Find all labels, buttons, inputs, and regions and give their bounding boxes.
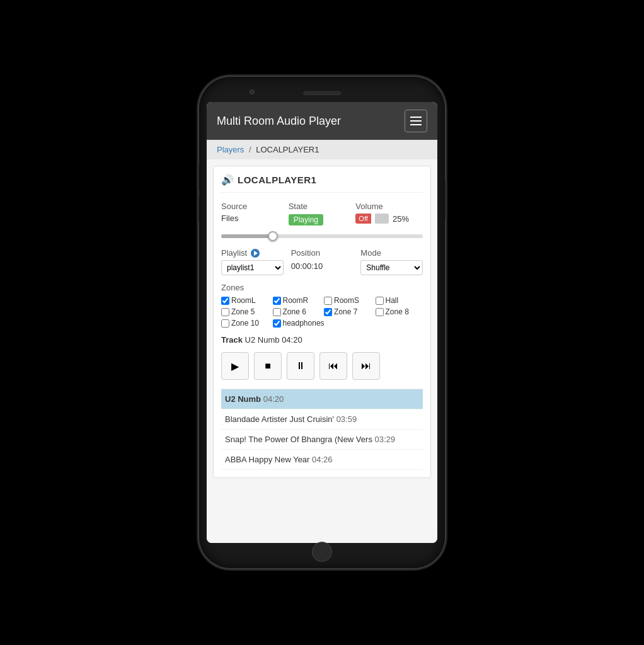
- zone-10[interactable]: Zone 10: [221, 319, 269, 328]
- zone-10-checkbox[interactable]: [221, 319, 229, 328]
- zone-roomr-label: RoomR: [283, 296, 309, 305]
- breadcrumb-players-link[interactable]: Players: [217, 145, 244, 154]
- zone-8-checkbox[interactable]: [376, 308, 384, 316]
- seek-bar-thumb[interactable]: [268, 231, 278, 241]
- zone-rooms[interactable]: RoomS: [324, 296, 372, 305]
- playlist-item-2[interactable]: Snap! The Power Of Bhangra (New Vers 03:…: [221, 430, 423, 450]
- state-col: State Playing: [289, 202, 356, 225]
- hamburger-line-2: [410, 120, 422, 122]
- zone-headphones-label: headphones: [283, 319, 325, 328]
- playlist-item-1-duration: 03:59: [336, 414, 357, 424]
- playlist-item-0-duration: 04:20: [263, 394, 284, 404]
- position-col: Position 00:00:10: [291, 248, 354, 271]
- phone-device: Multi Room Audio Player Players / LOCALP…: [199, 77, 445, 568]
- seek-bar-container[interactable]: [221, 233, 423, 239]
- zone-hall-checkbox[interactable]: [376, 297, 384, 305]
- controls-row: ▶ ■ ⏸ ⏮ ⏭: [221, 352, 423, 380]
- seek-bar-fill: [221, 234, 272, 238]
- player-name: LOCALPLAYER1: [238, 174, 316, 185]
- playlist-label-row: Playlist: [221, 248, 284, 258]
- seek-bar-track[interactable]: [221, 234, 423, 238]
- volume-button-up[interactable]: [197, 165, 199, 190]
- zone-5-checkbox[interactable]: [221, 308, 229, 316]
- position-label-row: Position: [291, 248, 354, 258]
- track-label: Track: [221, 335, 243, 345]
- zone-7[interactable]: Zone 7: [324, 307, 372, 316]
- play-button[interactable]: ▶: [221, 352, 249, 380]
- volume-toggle: Off 25%: [355, 214, 423, 224]
- menu-button[interactable]: [405, 110, 427, 132]
- main-content: 🔊 LOCALPLAYER1 Source Files State Playin…: [207, 159, 437, 543]
- mode-label: Mode: [360, 248, 381, 258]
- app-title: Multi Room Audio Player: [217, 115, 341, 128]
- stop-button[interactable]: ■: [254, 352, 282, 380]
- playlist-mode-row: Playlist playlist1 playlist2 playlist3 P…: [221, 248, 423, 275]
- zone-rooml-checkbox[interactable]: [221, 297, 229, 305]
- position-value: 00:00:10: [291, 261, 354, 271]
- playlist-item-1-title: Blandade Artister Just Cruisin': [225, 414, 336, 424]
- zone-6[interactable]: Zone 6: [273, 307, 321, 316]
- zones-section: Zones RoomL RoomR RoomS: [221, 283, 423, 328]
- zone-headphones-checkbox[interactable]: [273, 319, 281, 328]
- breadcrumb: Players / LOCALPLAYER1: [207, 140, 437, 159]
- zone-6-checkbox[interactable]: [273, 308, 281, 316]
- volume-on-badge[interactable]: [375, 214, 389, 224]
- zone-hall[interactable]: Hall: [376, 296, 423, 305]
- volume-off-badge[interactable]: Off: [355, 214, 371, 224]
- state-badge: Playing: [289, 214, 323, 225]
- playlist-item-3-duration: 04:26: [312, 455, 333, 464]
- hamburger-line-1: [410, 117, 422, 118]
- zone-5-label: Zone 5: [231, 307, 255, 316]
- track-value: U2 Numb 04:20: [245, 335, 302, 345]
- zone-8-label: Zone 8: [386, 307, 409, 316]
- zone-roomr[interactable]: RoomR: [273, 296, 321, 305]
- playlist-play-icon[interactable]: [251, 249, 260, 258]
- playlist-item-3-title: ABBA Happy New Year: [225, 455, 312, 464]
- source-value: Files: [221, 214, 289, 223]
- volume-percent: 25%: [393, 214, 409, 224]
- zone-10-label: Zone 10: [231, 319, 259, 328]
- phone-bottom: [312, 543, 332, 561]
- source-col: Source Files: [221, 202, 289, 225]
- playlist-select[interactable]: playlist1 playlist2 playlist3: [221, 260, 284, 275]
- playlist-list: U2 Numb 04:20 Blandade Artister Just Cru…: [221, 389, 423, 470]
- zone-7-label: Zone 7: [334, 307, 357, 316]
- zone-8[interactable]: Zone 8: [376, 307, 423, 316]
- playlist-item-2-duration: 03:29: [375, 435, 396, 444]
- playlist-item-0[interactable]: U2 Numb 04:20: [221, 389, 423, 409]
- zone-rooml-label: RoomL: [231, 296, 256, 305]
- mode-col: Mode Shuffle Repeat Normal: [360, 248, 423, 275]
- player-header: 🔊 LOCALPLAYER1: [221, 174, 423, 193]
- fast-forward-button[interactable]: ⏭: [352, 352, 380, 380]
- phone-notch: [207, 84, 437, 102]
- zone-hall-label: Hall: [386, 296, 399, 305]
- zone-rooml[interactable]: RoomL: [221, 296, 269, 305]
- breadcrumb-current: LOCALPLAYER1: [256, 145, 319, 154]
- breadcrumb-separator: /: [249, 145, 251, 154]
- app-header: Multi Room Audio Player: [207, 102, 437, 140]
- mode-select[interactable]: Shuffle Repeat Normal: [360, 260, 423, 275]
- zone-headphones[interactable]: headphones: [273, 319, 423, 328]
- playlist-item-3[interactable]: ABBA Happy New Year 04:26: [221, 450, 423, 470]
- playlist-item-1[interactable]: Blandade Artister Just Cruisin' 03:59: [221, 409, 423, 430]
- zone-roomr-checkbox[interactable]: [273, 297, 281, 305]
- rewind-button[interactable]: ⏮: [319, 352, 347, 380]
- zone-rooms-checkbox[interactable]: [324, 297, 332, 305]
- position-label: Position: [291, 248, 320, 258]
- zone-6-label: Zone 6: [283, 307, 306, 316]
- playlist-item-0-title: U2 Numb: [225, 394, 263, 404]
- zone-rooms-label: RoomS: [334, 296, 359, 305]
- earpiece-speaker: [303, 91, 341, 95]
- front-camera: [250, 89, 255, 94]
- volume-button-down[interactable]: [197, 197, 199, 222]
- track-row: Track U2 Numb 04:20: [221, 335, 423, 345]
- pause-button[interactable]: ⏸: [287, 352, 314, 380]
- phone-screen: Multi Room Audio Player Players / LOCALP…: [207, 102, 437, 543]
- zone-5[interactable]: Zone 5: [221, 307, 269, 316]
- mode-label-row: Mode: [360, 248, 423, 258]
- home-button[interactable]: [312, 542, 332, 562]
- info-row: Source Files State Playing Volume Off 25…: [221, 202, 423, 225]
- state-label: State: [289, 202, 356, 211]
- zone-7-checkbox[interactable]: [324, 308, 332, 316]
- power-button[interactable]: [445, 181, 447, 219]
